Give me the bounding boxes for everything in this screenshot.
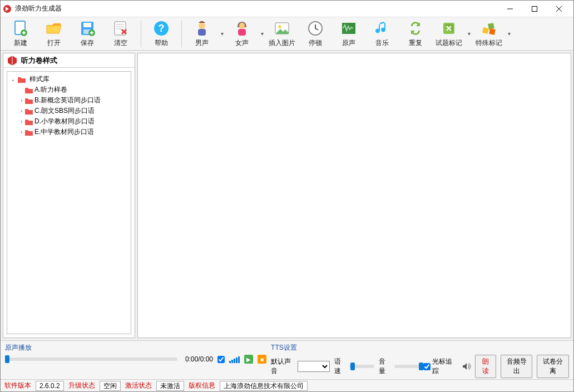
title-bar: 浪劲听力生成器 (1, 1, 573, 17)
special-mark-icon (480, 19, 498, 37)
tree-item-label: E.中学教材同步口语 (34, 128, 94, 136)
status-copyright-key: 版权信息 (185, 381, 219, 391)
toolbar: 新建 打开 保存 清空 ? 帮助 男声 ▾ 女声 ▾ 插入图片 停顿 原声 音乐 (1, 17, 573, 51)
clear-button[interactable]: 清空 (105, 18, 136, 49)
insert-picture-button[interactable]: 插入图片 (266, 18, 298, 49)
volume-label: 音量 (379, 357, 390, 376)
original-sound-button[interactable]: 原声 (333, 18, 364, 49)
editor-area[interactable] (137, 53, 571, 338)
pause-button[interactable]: 停顿 (300, 18, 331, 49)
save-button[interactable]: 保存 (72, 18, 103, 49)
music-note-icon (373, 19, 391, 37)
split-paper-button[interactable]: 试卷分离 (537, 355, 569, 378)
folder-icon (25, 118, 33, 125)
folder-icon (25, 97, 33, 104)
time-display: 0:00/0:00 (185, 355, 213, 363)
svg-text:?: ? (159, 23, 165, 34)
app-icon (3, 4, 12, 13)
folder-icon (25, 108, 33, 115)
speed-label: 语速 (334, 357, 345, 376)
music-button[interactable]: 音乐 (367, 18, 398, 49)
side-panel-header: 听力卷样式 (3, 53, 135, 68)
status-copyright-value: 上海浪劲信息技术有限公司 (220, 381, 308, 391)
clear-icon (112, 19, 130, 37)
style-tree[interactable]: ⌄ 样式库 A.听力样卷 ›B.新概念英语同步口语 ›C.朗文SBS同步口语 ›… (7, 71, 131, 334)
male-voice-dropdown[interactable]: ▾ (219, 18, 225, 49)
voice-select[interactable] (298, 361, 330, 372)
minimize-button[interactable] (498, 1, 522, 17)
test-mark-icon (440, 19, 458, 37)
side-header-icon (7, 55, 18, 66)
tree-twisty[interactable]: › (18, 96, 25, 106)
svg-rect-18 (238, 29, 246, 36)
svg-rect-25 (488, 23, 494, 29)
folder-icon (25, 87, 33, 93)
maximize-button[interactable] (522, 1, 547, 17)
tree-twisty[interactable]: › (18, 117, 25, 127)
picture-icon (273, 19, 291, 37)
bottom-panel: 原声播放 0:00/0:00 ▶ ■ TTS设置 默认声音 语速 音量 光标追踪 (1, 340, 573, 379)
tree-root[interactable]: ⌄ 样式库 A.听力样卷 ›B.新概念英语同步口语 ›C.朗文SBS同步口语 ›… (9, 74, 130, 137)
test-mark-dropdown[interactable]: ▾ (466, 18, 472, 49)
open-button[interactable]: 打开 (38, 18, 70, 49)
tree-item[interactable]: ›C.朗文SBS同步口语 (18, 106, 130, 116)
main-area: 听力卷样式 ⌄ 样式库 A.听力样卷 ›B.新概念英语同步口语 ›C.朗文SBS… (1, 51, 573, 340)
side-header-title: 听力卷样式 (21, 56, 57, 66)
read-button[interactable]: 朗读 (475, 355, 496, 378)
voice-label: 默认声音 (271, 357, 293, 376)
tree-item-label: D.小学教材同步口语 (34, 117, 95, 125)
waveform-icon (340, 19, 358, 37)
new-file-icon (12, 19, 29, 37)
test-mark-button[interactable]: 试题标记 (433, 18, 464, 49)
repeat-icon (407, 19, 424, 37)
special-mark-button[interactable]: 特殊标记 (473, 18, 504, 49)
folder-icon (18, 76, 26, 83)
female-voice-dropdown[interactable]: ▾ (259, 18, 265, 49)
volume-slider[interactable] (394, 365, 419, 368)
toolbar-separator (141, 21, 141, 47)
stop-button[interactable]: ■ (258, 355, 266, 364)
toolbar-separator (181, 21, 182, 47)
export-audio-button[interactable]: 音频导出 (501, 355, 533, 378)
cursor-track-checkbox[interactable]: 光标追踪 (423, 357, 453, 376)
folder-open-icon (45, 19, 63, 37)
tree-item[interactable]: ›E.中学教材同步口语 (18, 127, 130, 137)
male-voice-button[interactable]: 男声 (186, 18, 217, 49)
special-mark-dropdown[interactable]: ▾ (506, 18, 512, 49)
folder-icon (25, 129, 33, 136)
tree-twisty[interactable]: › (18, 106, 25, 116)
player-checkbox[interactable] (217, 356, 225, 363)
svg-rect-2 (532, 6, 537, 11)
signal-icon (229, 355, 240, 363)
svg-point-14 (199, 22, 205, 29)
play-button[interactable]: ▶ (244, 355, 253, 364)
tree-item-label: B.新概念英语同步口语 (34, 96, 101, 104)
player-section-label: 原声播放 (5, 343, 266, 353)
speed-slider[interactable] (349, 365, 374, 368)
tree-item[interactable]: A.听力样卷 (18, 85, 130, 95)
tree-twisty[interactable]: ⌄ (9, 75, 16, 85)
tts-section-label: TTS设置 (271, 343, 569, 353)
status-upgrade-value: 空闲 (100, 381, 121, 391)
female-voice-button[interactable]: 女声 (226, 18, 258, 49)
speaker-icon (462, 362, 471, 371)
svg-rect-15 (198, 29, 206, 36)
tree-twisty[interactable]: › (18, 127, 25, 137)
svg-rect-26 (489, 28, 496, 35)
tree-root-label: 样式库 (29, 75, 50, 83)
tree-item[interactable]: ›D.小学教材同步口语 (18, 116, 130, 127)
repeat-button[interactable]: 重复 (400, 18, 431, 49)
svg-point-20 (278, 25, 281, 28)
svg-rect-24 (482, 27, 489, 34)
help-button[interactable]: ? 帮助 (146, 18, 177, 49)
help-icon: ? (152, 19, 170, 37)
svg-rect-11 (115, 22, 126, 35)
close-button[interactable] (547, 1, 571, 17)
new-button[interactable]: 新建 (5, 18, 36, 49)
svg-rect-8 (83, 23, 91, 27)
status-upgrade-key: 升级状态 (65, 381, 98, 391)
tree-item[interactable]: ›B.新概念英语同步口语 (18, 95, 130, 106)
tree-item-label: A.听力样卷 (34, 86, 67, 93)
female-icon (233, 19, 251, 37)
seek-slider[interactable] (5, 358, 177, 361)
